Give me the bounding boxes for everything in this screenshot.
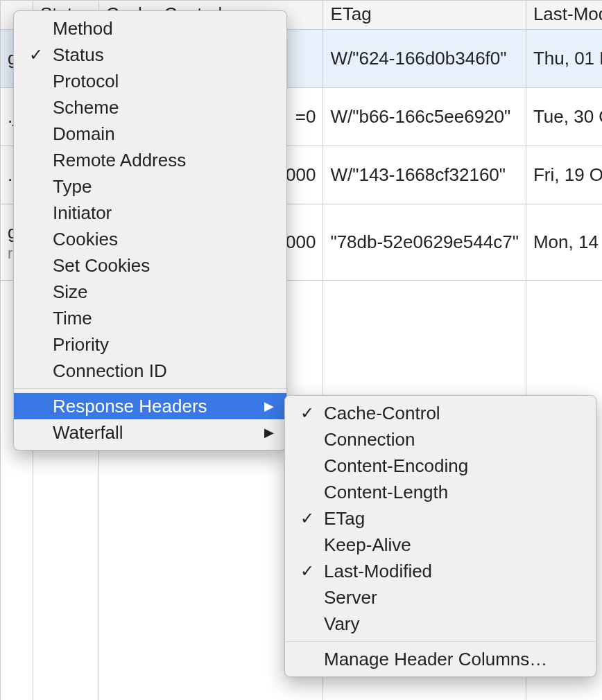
submenu-arrow-icon: ▶: [264, 399, 274, 414]
menu-item-label: Method: [53, 18, 113, 40]
check-icon: ✓: [29, 45, 43, 64]
menu-item-label: Size: [53, 281, 88, 303]
cell-lastmod: Fri, 19 Oc: [526, 146, 602, 204]
menu-item-label: Cookies: [53, 229, 118, 250]
menu-item-waterfall[interactable]: Waterfall▶: [14, 419, 286, 446]
menu-separator: [285, 641, 596, 642]
columns-context-menu: Method✓StatusProtocolSchemeDomainRemote …: [13, 10, 287, 450]
submenu-item-keep-alive[interactable]: Keep-Alive: [285, 532, 596, 558]
cell-lastmod: Tue, 30 O: [526, 88, 602, 146]
cell-lastmod: Thu, 01 N: [526, 30, 602, 88]
menu-item-label: Type: [53, 176, 92, 198]
menu-item-label: Response Headers: [53, 396, 207, 417]
col-header-etag[interactable]: ETag: [323, 1, 526, 30]
menu-item-status[interactable]: ✓Status: [14, 42, 286, 68]
cell-lastmod: Mon, 14 M: [526, 204, 602, 281]
menu-item-label: Server: [324, 587, 377, 609]
submenu-item-content-length[interactable]: Content-Length: [285, 479, 596, 505]
menu-item-type[interactable]: Type: [14, 173, 286, 200]
menu-item-label: Last-Modified: [324, 561, 432, 582]
menu-item-label: Status: [53, 44, 104, 66]
menu-item-label: Remote Address: [53, 150, 186, 171]
menu-item-label: Cache-Control: [324, 403, 440, 424]
menu-item-label: Vary: [324, 613, 360, 635]
submenu-item-vary[interactable]: Vary: [285, 611, 596, 637]
menu-item-label: Protocol: [53, 71, 119, 92]
menu-item-label: Content-Length: [324, 482, 448, 503]
menu-item-priority[interactable]: Priority: [14, 331, 286, 358]
menu-item-cookies[interactable]: Cookies: [14, 226, 286, 252]
cell-etag: W/"143-1668cf32160": [323, 146, 526, 204]
menu-item-label: Initiator: [53, 202, 112, 224]
check-icon: ✓: [300, 509, 314, 528]
submenu-item-server[interactable]: Server: [285, 584, 596, 611]
menu-item-label: Set Cookies: [53, 255, 150, 277]
check-icon: ✓: [300, 561, 314, 581]
submenu-item-etag[interactable]: ✓ETag: [285, 505, 596, 532]
manage-header-columns-item[interactable]: Manage Header Columns…: [285, 646, 596, 672]
menu-item-size[interactable]: Size: [14, 279, 286, 305]
menu-item-label: Scheme: [53, 97, 119, 119]
menu-item-label: ETag: [324, 508, 365, 530]
menu-item-label: Priority: [53, 334, 109, 356]
menu-item-connection-id[interactable]: Connection ID: [14, 358, 286, 384]
cell-etag: W/"624-166d0b346f0": [323, 30, 526, 88]
menu-item-label: Manage Header Columns…: [324, 649, 547, 670]
menu-item-initiator[interactable]: Initiator: [14, 200, 286, 226]
cell-etag: W/"b66-166c5ee6920": [323, 88, 526, 146]
submenu-item-cache-control[interactable]: ✓Cache-Control: [285, 400, 596, 426]
submenu-item-content-encoding[interactable]: Content-Encoding: [285, 453, 596, 479]
menu-separator: [14, 388, 286, 389]
menu-item-domain[interactable]: Domain: [14, 121, 286, 147]
submenu-item-connection[interactable]: Connection: [285, 426, 596, 453]
check-icon: ✓: [300, 403, 314, 423]
menu-item-label: Keep-Alive: [324, 534, 411, 556]
menu-item-set-cookies[interactable]: Set Cookies: [14, 252, 286, 279]
menu-item-response-headers[interactable]: Response Headers▶: [14, 393, 286, 419]
menu-item-protocol[interactable]: Protocol: [14, 68, 286, 94]
menu-item-method[interactable]: Method: [14, 15, 286, 42]
menu-item-remote-address[interactable]: Remote Address: [14, 147, 286, 173]
menu-item-label: Content-Encoding: [324, 455, 468, 477]
col-header-lastmod[interactable]: Last-Mod: [526, 1, 602, 30]
cell-etag: "78db-52e0629e544c7": [323, 204, 526, 281]
menu-item-label: Time: [53, 308, 92, 329]
menu-item-label: Connection ID: [53, 360, 167, 382]
menu-item-label: Domain: [53, 123, 115, 145]
menu-item-scheme[interactable]: Scheme: [14, 94, 286, 121]
submenu-item-last-modified[interactable]: ✓Last-Modified: [285, 558, 596, 584]
submenu-arrow-icon: ▶: [264, 425, 274, 440]
menu-item-label: Waterfall: [53, 422, 123, 444]
menu-item-time[interactable]: Time: [14, 305, 286, 331]
response-headers-submenu: ✓Cache-ControlConnectionContent-Encoding…: [284, 395, 596, 677]
menu-item-label: Connection: [324, 429, 415, 450]
